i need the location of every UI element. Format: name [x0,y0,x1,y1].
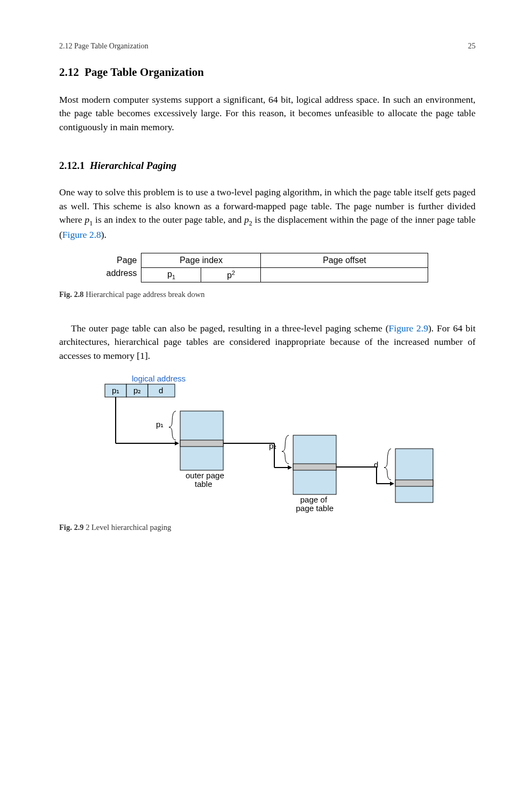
outer-page-table-label: outer pagetable [186,471,224,489]
paragraph-hierarchical: One way to solve this problem is to use … [59,186,476,242]
svg-marker-22 [390,482,394,486]
svg-rect-24 [395,480,433,486]
figure-2-8-caption: Fig. 2.8 Hierarchical page address break… [59,290,476,299]
page-number: 25 [468,42,476,51]
section-heading: 2.12 Page Table Organization [59,66,476,79]
svg-marker-8 [175,441,179,445]
figure-2-9: logical address p₁ p₂ d outer pagetable … [91,373,476,515]
page-of-page-table-label: page ofpage table [296,495,334,513]
svg-text:p₁: p₁ [156,420,164,429]
svg-text:d: d [159,386,163,395]
cell-p2: p2 [201,267,261,282]
figure-2-9-link[interactable]: Figure 2.9 [389,323,428,334]
page-offset-header: Page offset [261,253,428,267]
svg-marker-15 [288,465,292,470]
page-index-header: Page index [141,253,261,267]
header-left: 2.12 Page Table Organization [59,42,148,51]
page-header: 2.12 Page Table Organization 25 [59,42,476,51]
svg-text:p₂: p₂ [269,441,276,450]
figure-2-9-caption: Fig. 2.9 2 Level hierarchical paging [59,523,476,532]
paragraph-intro: Most modern computer systems support a s… [59,93,476,134]
svg-rect-17 [293,464,336,470]
svg-rect-23 [395,449,433,502]
svg-text:p₁: p₁ [112,386,119,395]
paragraph-three-level: The outer page table can also be paged, … [59,322,476,363]
cell-p1: p1 [141,267,201,282]
svg-rect-10 [180,440,223,447]
cell-offset [261,267,428,282]
figure-2-8-link[interactable]: Figure 2.8 [62,229,101,240]
logical-address-label: logical address [132,374,186,383]
svg-text:p₂: p₂ [133,386,141,395]
svg-text:d: d [374,460,378,469]
figure-2-8: Page address Page index Page offset p1 p… [59,253,476,282]
subsection-heading: 2.12.1 Hierarchical Paging [59,160,476,172]
